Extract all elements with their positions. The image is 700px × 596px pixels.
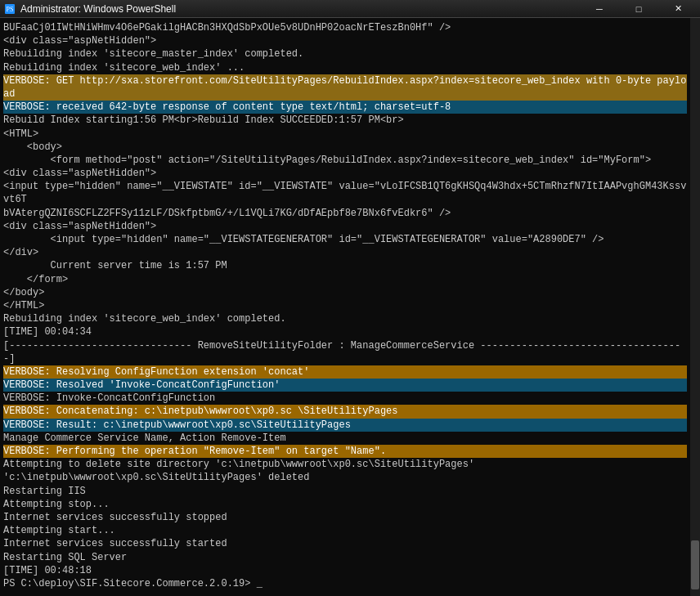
minimize-button[interactable]: ─ [581,0,618,18]
console-line: </form> [3,273,687,286]
console-line: Rebuilding index 'sitecore_web_index' ..… [3,61,687,74]
console-line: Attempting start... [3,524,687,537]
title-bar: PS Administrator: Windows PowerShell ─ □… [0,0,700,18]
console-line: [------------------------------- RemoveS… [3,339,687,365]
maximize-button[interactable]: □ [620,0,657,18]
title-bar-icon: PS [3,2,16,16]
console-line: <div class="aspNetHidden"> [3,167,687,180]
console-line: Internet services successfully stopped [3,511,687,524]
console-line: </body> [3,286,687,299]
console-line: <form method="post" action="/SiteUtility… [3,154,687,167]
console-line: VERBOSE: Concatenating: c:\inetpub\wwwro… [3,405,687,418]
console-line: PS C:\deploy\SIF.Sitecore.Commerce.2.0.1… [3,577,687,590]
close-button[interactable]: ✕ [659,0,697,18]
console-line: bVAtergQZNI6SCFLZ2FFSy11zLF/DSkfptbmG/+/… [3,207,687,220]
console-line: <HTML> [3,128,687,141]
svg-text:PS: PS [7,6,14,13]
console-line: Rebuild Index starting1:56 PM<br>Rebuild… [3,114,687,127]
console-line: VERBOSE: Performing the operation "Remov… [3,445,687,458]
console-line: <input type="hidden" name="__VIEWSTATEGE… [3,233,687,246]
console-line: VERBOSE: Invoke-ConcatConfigFunction [3,392,687,405]
console-line: VERBOSE: Resolving ConfigFunction extens… [3,365,687,379]
console-line: VERBOSE: received 642-byte response of c… [3,101,687,114]
title-bar-controls[interactable]: ─ □ ✕ [581,0,697,18]
console-line: Rebuilding index 'sitecore_web_index' co… [3,312,687,325]
console-line: VERBOSE: GET http://sxa.storefront.com/S… [3,74,687,101]
console-line: Restarting SQL Server [3,551,687,564]
console-line: BUFaaCj01IWtHNiWHmv4O6ePGakilgHACBn3HXQd… [3,21,687,34]
console-line: Attempting stop... [3,498,687,511]
console-line: Internet services successfully started [3,537,687,550]
console-line: Manage Commerce Service Name, Action Rem… [3,432,687,445]
console-area: BUFaaCj01IWtHNiWHmv4O6ePGakilgHACBn3HXQd… [0,18,700,596]
console-line: <body> [3,141,687,154]
console-content: BUFaaCj01IWtHNiWHmv4O6ePGakilgHACBn3HXQd… [3,21,697,593]
console-line: </HTML> [3,299,687,312]
console-line: <div class="aspNetHidden"> [3,34,687,47]
console-line: <input type="hidden" name="__VIEWSTATE" … [3,180,687,206]
console-line: </div> [3,246,687,259]
console-line: Current server time is 1:57 PM [3,259,687,272]
console-line: Rebuilding index 'sitecore_master_index'… [3,47,687,60]
console-line: [TIME] 00:48:18 [3,564,687,577]
console-line: <div class="aspNetHidden"> [3,220,687,233]
console-line: VERBOSE: Resolved 'Invoke-ConcatConfigFu… [3,379,687,392]
console-line: Attempting to delete site directory 'c:\… [3,458,687,471]
console-line: VERBOSE: Result: c:\inetpub\wwwroot\xp0.… [3,419,687,432]
console-line: 'c:\inetpub\wwwroot\xp0.sc\SiteUtilityPa… [3,471,687,484]
scrollbar[interactable] [690,18,700,596]
console-line: Restarting IIS [3,485,687,498]
scrollbar-thumb[interactable] [691,540,699,589]
title-bar-text: Administrator: Windows PowerShell [20,3,176,15]
console-line: [TIME] 00:04:34 [3,325,687,338]
